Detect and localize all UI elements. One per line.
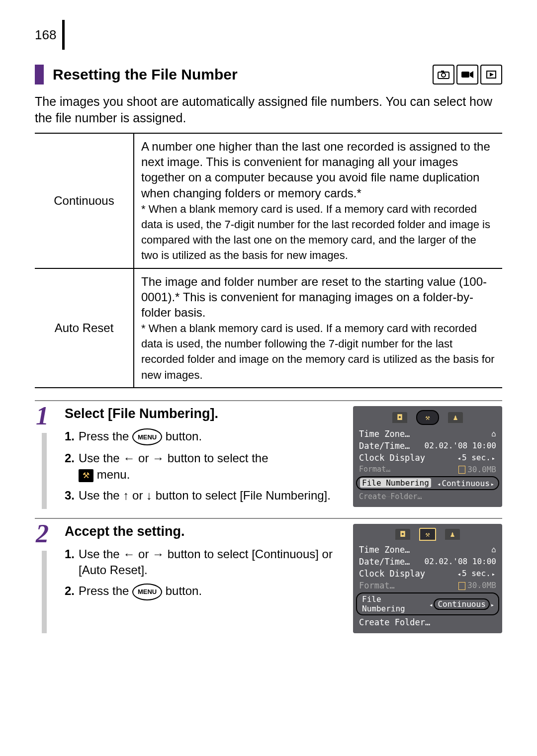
step-side-bar <box>42 551 47 633</box>
svg-marker-4 <box>470 71 473 78</box>
lcd-tab-tools-icon: ⚒ <box>419 528 436 541</box>
lcd-tab-mycamera-icon: ♟ <box>448 412 463 423</box>
home-icon: ⌂ <box>491 545 496 554</box>
arrow-left-icon: ← <box>123 451 135 465</box>
lcd-tab-camera-icon: ◘ <box>395 529 410 540</box>
mode-label: Continuous <box>35 133 134 268</box>
arrow-right-icon: → <box>152 547 164 561</box>
svg-marker-6 <box>490 73 494 77</box>
triangle-left-icon: ◂ <box>428 601 434 608</box>
page-number-block: 168 <box>35 20 502 50</box>
triangle-right-icon: ▸ <box>491 571 496 578</box>
lcd-tab-camera-icon: ◘ <box>392 412 407 423</box>
triangle-right-icon: ▸ <box>491 455 496 462</box>
substep: 1. Use the ← or → button to select [Cont… <box>65 546 344 579</box>
step-number: 2 <box>36 521 58 547</box>
lcd-selected-row: File Numbering ◂Continuous▸ <box>356 476 499 490</box>
camera-mode-icon <box>433 65 454 84</box>
lcd-screenshot-2: ◘ ⚒ ♟ Time Zone…⌂ Date/Time…02.02.'08 10… <box>353 524 502 633</box>
mode-label: Auto Reset <box>35 268 134 388</box>
arrow-down-icon: ↓ <box>146 489 152 502</box>
lcd-tab-tools-icon: ⚒ <box>416 410 439 425</box>
menu-button-icon: MENU <box>132 428 162 445</box>
step-title: Accept the setting. <box>65 524 344 539</box>
page-number: 168 <box>35 27 60 43</box>
triangle-right-icon: ▸ <box>490 601 495 608</box>
section-heading: Resetting the File Number <box>53 66 238 83</box>
table-row: Continuous A number one higher than the … <box>35 133 502 268</box>
svg-rect-3 <box>461 72 469 78</box>
step-2: 2 Accept the setting. 1. Use the ← or <box>35 518 502 642</box>
lcd-tab-mycamera-icon: ♟ <box>445 529 460 540</box>
menu-button-icon: MENU <box>132 584 162 600</box>
substep: 3. Use the ↑ or ↓ button to select [File… <box>65 488 344 504</box>
lcd-screenshot-1: ◘ ⚒ ♟ Time Zone…⌂ Date/Time…02.02.'08 10… <box>353 406 502 507</box>
substep: 2. Press the MENU button. <box>65 583 344 600</box>
tools-tab-icon: ⚒ <box>79 469 93 482</box>
page-number-divider <box>62 20 65 50</box>
arrow-up-icon: ↑ <box>123 489 129 502</box>
movie-mode-icon <box>456 65 478 84</box>
lcd-selected-row: File Numbering ◂Continuous▸ <box>356 592 499 615</box>
substep: 2. Use the ← or → button to select the ⚒… <box>65 450 344 483</box>
triangle-left-icon: ◂ <box>456 571 462 578</box>
substep: 1. Press the MENU button. <box>65 428 344 446</box>
file-numbering-modes-table: Continuous A number one higher than the … <box>35 133 502 388</box>
arrow-left-icon: ← <box>123 547 135 561</box>
mode-description: The image and folder number are reset to… <box>134 268 502 388</box>
triangle-left-icon: ◂ <box>456 455 462 462</box>
table-row: Auto Reset The image and folder number a… <box>35 268 502 388</box>
step-1: 1 Select [File Numbering]. 1. Press the … <box>35 400 502 518</box>
sd-card-icon <box>458 466 465 474</box>
mode-description: A number one higher than the last one re… <box>134 133 502 268</box>
triangle-right-icon: ▸ <box>490 481 495 488</box>
step-number: 1 <box>36 403 58 429</box>
svg-rect-1 <box>441 71 444 73</box>
svg-point-2 <box>442 73 446 77</box>
intro-paragraph: The images you shoot are automatically a… <box>35 93 502 126</box>
playback-mode-icon <box>480 65 502 84</box>
arrow-right-icon: → <box>152 451 164 465</box>
step-side-bar <box>42 433 47 509</box>
heading-accent-bar <box>35 65 44 84</box>
step-title: Select [File Numbering]. <box>65 406 344 421</box>
sd-card-icon <box>458 582 465 590</box>
home-icon: ⌂ <box>491 429 496 438</box>
triangle-left-icon: ◂ <box>436 481 442 488</box>
mode-icons-group <box>433 65 502 84</box>
